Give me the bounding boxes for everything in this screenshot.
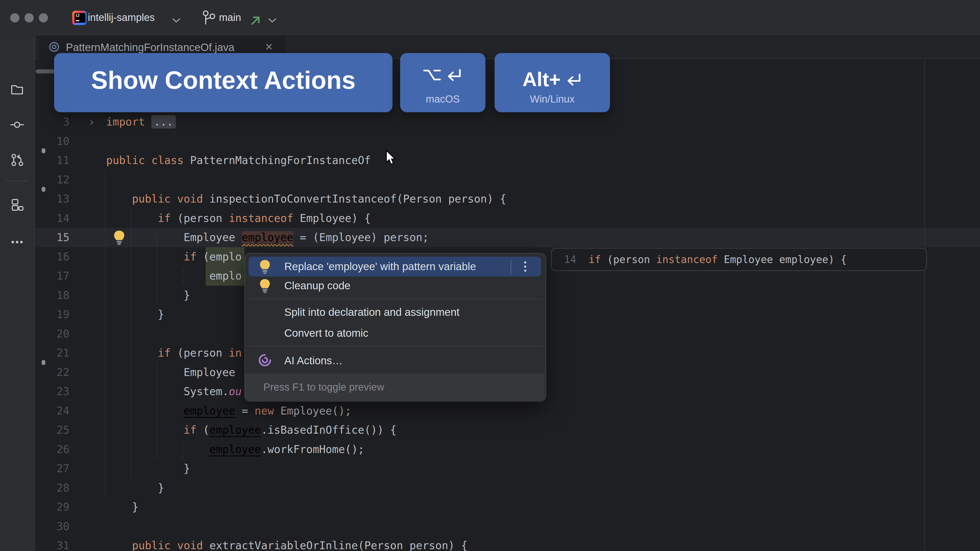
context-actions-popup: Replace 'employee' with pattern variable… — [245, 253, 546, 402]
code-line[interactable]: 29 } — [0, 497, 980, 517]
code-text: if (employee.isBasedInOffice()) { — [106, 421, 396, 440]
code-line[interactable]: 25 if (employee.isBasedInOffice()) { — [0, 421, 980, 440]
branch-selector[interactable]: main — [219, 12, 241, 23]
code-text: public void inspectionToConvertInstanceo… — [106, 189, 506, 209]
code-text: if (emplo — [106, 247, 242, 267]
code-line[interactable]: 15 Employee employee = (Employee) person… — [0, 228, 980, 247]
intention-preview-panel: 14 if (person instanceof Employee employ… — [551, 248, 927, 271]
bulb-icon — [258, 278, 272, 293]
code-line[interactable]: 12 — [0, 170, 980, 189]
code-text: employee.workFromHome(); — [106, 440, 364, 459]
code-line[interactable]: 31 public void extractVariableOrInline(P… — [0, 536, 980, 551]
code-text: emplo — [106, 266, 242, 286]
zoom-window-button[interactable] — [39, 13, 48, 22]
popup-item[interactable]: Convert to atomic — [248, 323, 541, 343]
code-text: } — [106, 305, 164, 324]
popup-footer: Press F1 to toggle preview — [245, 373, 545, 400]
code-text: employee = new Employee(); — [106, 401, 352, 421]
ai-actions-icon — [258, 353, 272, 368]
code-line[interactable]: 3›import ... — [0, 112, 980, 132]
line-number: 22 — [35, 363, 69, 382]
popup-separator — [248, 346, 542, 346]
shortcut-banner-windows: Alt+ Win/Linux — [495, 53, 610, 112]
line-number: 13 — [35, 189, 69, 209]
line-number: 20 — [35, 324, 69, 344]
code-text: Employee employee = (Employee) person; — [106, 228, 429, 247]
ide-window: IJ intellij-samples main — [0, 0, 980, 551]
code-text: System.ou — [106, 382, 242, 401]
pull-request-icon[interactable] — [10, 153, 24, 167]
option-return-keys-icon — [400, 68, 485, 82]
bulb-icon — [258, 259, 272, 274]
minimize-window-button[interactable] — [24, 13, 34, 22]
code-line[interactable]: 11public class PatternMatchingForInstanc… — [0, 151, 980, 170]
code-text: public class PatternMatchingForInstanceO… — [106, 151, 371, 170]
line-number: 10 — [35, 132, 69, 151]
code-text: if (person instanceof Employee) { — [106, 209, 371, 228]
line-number: 29 — [35, 497, 69, 517]
code-text: if (person in — [106, 343, 242, 363]
push-arrow-icon — [250, 15, 261, 26]
line-number: 3 — [35, 112, 69, 132]
line-number: 12 — [35, 170, 69, 189]
chevron-down-icon[interactable] — [269, 18, 276, 22]
project-selector[interactable]: intellij-samples — [88, 12, 155, 23]
chevron-down-icon — [172, 18, 180, 22]
line-number: 27 — [35, 459, 69, 478]
code-line[interactable]: 30 — [0, 517, 980, 536]
code-line[interactable]: 28 } — [0, 478, 980, 498]
code-text: } — [106, 478, 164, 498]
title-bar: IJ intellij-samples main — [0, 0, 980, 36]
code-text: Employee — [106, 363, 242, 382]
kebab-menu-icon[interactable] — [521, 259, 529, 274]
line-number: 19 — [35, 305, 69, 324]
popup-item-label: AI Actions… — [284, 354, 343, 367]
popup-item[interactable]: Cleanup code — [248, 276, 541, 295]
line-number: 11 — [35, 151, 69, 170]
line-number: 30 — [35, 517, 69, 536]
project-folder-icon[interactable] — [10, 83, 24, 97]
popup-item-divider — [511, 260, 511, 273]
line-number: 24 — [35, 401, 69, 421]
more-tool-windows-icon[interactable] — [10, 235, 24, 249]
sidebar-divider — [6, 181, 29, 181]
line-number: 25 — [35, 421, 69, 440]
line-number: 14 — [35, 209, 69, 228]
close-icon[interactable]: ✕ — [265, 41, 273, 52]
code-line[interactable]: 27 } — [0, 459, 980, 478]
code-line[interactable]: 13 public void inspectionToConvertInstan… — [0, 189, 980, 209]
mouse-cursor — [385, 150, 396, 167]
line-number: 21 — [35, 343, 69, 363]
popup-item-label: Cleanup code — [284, 279, 350, 292]
structure-icon[interactable] — [10, 198, 24, 212]
code-line[interactable]: 24 employee = new Employee(); — [0, 401, 980, 421]
shortcut-banner-macos: macOS — [400, 53, 485, 112]
line-number: 18 — [35, 286, 69, 305]
popup-item[interactable]: AI Actions… — [248, 350, 541, 372]
commit-icon[interactable] — [10, 118, 24, 132]
preview-code-line: 14 if (person instanceof Employee employ… — [564, 254, 847, 265]
fold-arrow-icon[interactable]: › — [88, 112, 95, 132]
macos-label: macOS — [400, 94, 485, 105]
intention-bulb-icon[interactable] — [112, 230, 127, 245]
popup-separator — [248, 299, 542, 299]
git-branch-icon — [201, 10, 218, 26]
line-number: 15 — [35, 228, 69, 247]
code-text: import ... — [106, 112, 176, 132]
java-class-icon — [48, 41, 60, 52]
code-text: public void extractVariableOrInline(Pers… — [106, 536, 468, 551]
popup-item[interactable]: Split into declaration and assignment — [248, 302, 541, 322]
line-number: 26 — [35, 440, 69, 459]
code-line[interactable]: 26 employee.workFromHome(); — [0, 440, 980, 459]
code-text: } — [106, 286, 190, 305]
code-line[interactable]: 10 — [0, 132, 980, 151]
line-number: 28 — [35, 478, 69, 498]
line-number: 23 — [35, 382, 69, 401]
code-text: } — [106, 459, 190, 478]
code-line[interactable]: 14 if (person instanceof Employee) { — [0, 209, 980, 228]
line-number: 16 — [35, 247, 69, 267]
code-text: } — [106, 497, 138, 517]
popup-item[interactable]: Replace 'employee' with pattern variable — [248, 257, 541, 276]
close-window-button[interactable] — [10, 13, 19, 22]
winlinux-label: Win/Linux — [495, 94, 610, 105]
